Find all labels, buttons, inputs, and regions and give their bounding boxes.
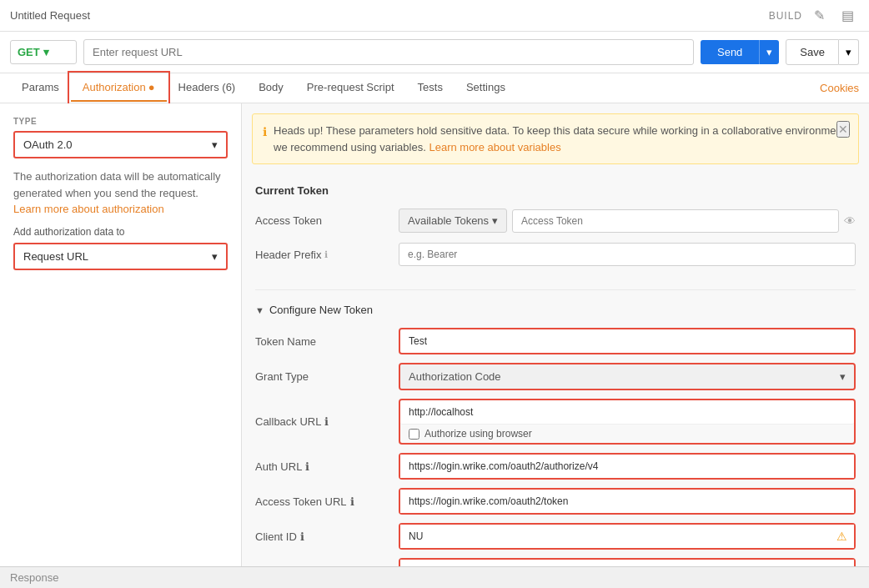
access-token-url-info-icon[interactable]: ℹ (350, 495, 354, 508)
available-tokens-select[interactable]: Available Tokens ▾ (399, 209, 507, 233)
current-token-title: Current Token (255, 184, 856, 197)
header-prefix-label: Header Prefix ℹ (255, 249, 389, 261)
header-prefix-input[interactable] (399, 243, 856, 266)
client-id-highlight: ⚠ (399, 523, 856, 550)
configure-title: Configure New Token (269, 304, 373, 316)
learn-more-variables-link[interactable]: Learn more about variables (429, 141, 560, 153)
client-id-label: Client ID ℹ (255, 530, 389, 543)
client-secret-info-icon[interactable]: ℹ (320, 565, 324, 567)
access-token-row: Access Token Available Tokens ▾ 👁 (255, 209, 856, 233)
auth-url-input[interactable] (400, 455, 854, 478)
authorize-browser-label: Authorize using browser (424, 428, 532, 440)
title-bar: Untitled Request BUILD ✎ ▤ (0, 0, 869, 32)
authorize-browser-checkbox[interactable] (409, 429, 419, 440)
access-token-url-highlight (399, 488, 856, 515)
grant-type-highlight: Authorization Code ▾ (399, 363, 856, 390)
callback-url-info-icon[interactable]: ℹ (324, 415, 329, 428)
auth-description: The authorization data will be automatic… (13, 168, 228, 218)
token-name-input[interactable] (400, 329, 854, 353)
learn-more-auth-link[interactable]: Learn more about authorization (13, 203, 164, 215)
save-button[interactable]: Save (786, 39, 839, 65)
access-token-controls: Available Tokens ▾ 👁 (399, 209, 856, 233)
client-id-row: Client ID ℹ ⚠ (255, 523, 856, 550)
url-input[interactable] (83, 39, 694, 65)
access-token-url-input[interactable] (400, 490, 854, 513)
token-visibility-button[interactable]: 👁 (844, 214, 856, 228)
edit-button[interactable]: ✎ (809, 6, 830, 25)
info-icon: ℹ (263, 123, 267, 141)
tab-headers[interactable]: Headers (6) (167, 74, 248, 102)
save-button-group: Save ▾ (786, 39, 859, 65)
client-secret-label: Client Secret ℹ (255, 565, 389, 567)
add-auth-chevron-icon: ▾ (212, 250, 218, 263)
url-bar: GET ▾ Send ▾ Save ▾ (0, 32, 869, 73)
right-panel: ℹ Heads up! These parameters hold sensit… (242, 103, 869, 566)
method-label: GET (18, 46, 40, 58)
left-panel: TYPE OAuth 2.0 ▾ The authorization data … (0, 103, 242, 566)
tab-prerequest[interactable]: Pre-request Script (295, 74, 406, 102)
save-dropdown-button[interactable]: ▾ (839, 39, 859, 65)
current-token-section: Current Token Access Token Available Tok… (242, 174, 869, 286)
type-select-value: OAuth 2.0 (23, 138, 73, 151)
send-button-group: Send ▾ (701, 40, 779, 64)
build-button[interactable]: BUILD (769, 10, 802, 22)
cookies-link[interactable]: Cookies (820, 82, 859, 94)
add-auth-label: Add authorization data to (13, 226, 228, 238)
client-id-warning-icon: ⚠ (830, 530, 854, 543)
header-prefix-info-icon[interactable]: ℹ (324, 249, 328, 260)
auth-url-row: Auth URL ℹ (255, 453, 856, 480)
tab-dot: ● (148, 81, 155, 93)
add-auth-select[interactable]: Request URL ▾ (13, 243, 228, 270)
access-token-url-row: Access Token URL ℹ (255, 488, 856, 515)
tabs-bar: Params Authorization● Headers (6) Body P… (0, 73, 869, 103)
header-prefix-controls (399, 243, 856, 266)
request-title: Untitled Request (10, 9, 90, 22)
comment-button[interactable]: ▤ (836, 6, 859, 25)
grant-type-select[interactable]: Authorization Code ▾ (400, 364, 854, 389)
client-secret-highlight: ⚠ (399, 558, 856, 566)
token-name-label: Token Name (255, 335, 389, 348)
auth-url-info-icon[interactable]: ℹ (305, 460, 309, 473)
send-dropdown-button[interactable]: ▾ (759, 40, 779, 64)
tab-params[interactable]: Params (10, 74, 71, 102)
alert-close-button[interactable]: ✕ (836, 121, 850, 138)
header-prefix-row: Header Prefix ℹ (255, 243, 856, 266)
alert-text: Heads up! These parameters hold sensitiv… (274, 123, 848, 155)
method-chevron-icon: ▾ (43, 46, 49, 58)
send-button[interactable]: Send (701, 40, 759, 64)
grant-type-chevron-icon: ▾ (840, 370, 846, 383)
available-tokens-chevron-icon: ▾ (492, 214, 498, 227)
tab-authorization[interactable]: Authorization● (71, 74, 167, 102)
auth-url-label: Auth URL ℹ (255, 460, 389, 473)
callback-url-row: Callback URL ℹ Authorize using browser (255, 399, 856, 445)
client-id-info-icon[interactable]: ℹ (300, 530, 304, 543)
configure-header[interactable]: ▼ Configure New Token (255, 304, 856, 316)
type-select[interactable]: OAuth 2.0 ▾ (13, 131, 228, 158)
type-label: TYPE (13, 117, 228, 126)
method-select[interactable]: GET ▾ (10, 40, 77, 64)
client-secret-warning-icon: ⚠ (830, 565, 854, 566)
token-name-highlight (399, 328, 856, 354)
callback-url-input[interactable] (400, 400, 854, 425)
configure-token-section: ▼ Configure New Token Token Name Grant T… (242, 294, 869, 566)
tab-tests[interactable]: Tests (406, 74, 455, 102)
client-secret-row: Client Secret ℹ ⚠ (255, 558, 856, 566)
access-token-url-label: Access Token URL ℹ (255, 495, 389, 508)
grant-type-label: Grant Type (255, 370, 389, 383)
bottom-bar: Response (0, 566, 869, 588)
access-token-input[interactable] (512, 209, 839, 233)
auth-url-highlight (399, 453, 856, 480)
add-auth-value: Request URL (23, 250, 88, 263)
configure-chevron-icon: ▼ (255, 305, 264, 315)
callback-url-highlight: Authorize using browser (399, 399, 856, 445)
alert-banner: ℹ Heads up! These parameters hold sensit… (252, 113, 859, 164)
main-content: TYPE OAuth 2.0 ▾ The authorization data … (0, 103, 869, 566)
type-chevron-icon: ▾ (212, 138, 218, 151)
tab-settings[interactable]: Settings (455, 74, 517, 102)
token-name-row: Token Name (255, 328, 856, 354)
tab-body[interactable]: Body (247, 74, 295, 102)
access-token-label: Access Token (255, 214, 389, 227)
response-label: Response (10, 571, 59, 584)
client-id-input[interactable] (400, 525, 830, 548)
client-secret-input[interactable] (400, 560, 830, 566)
